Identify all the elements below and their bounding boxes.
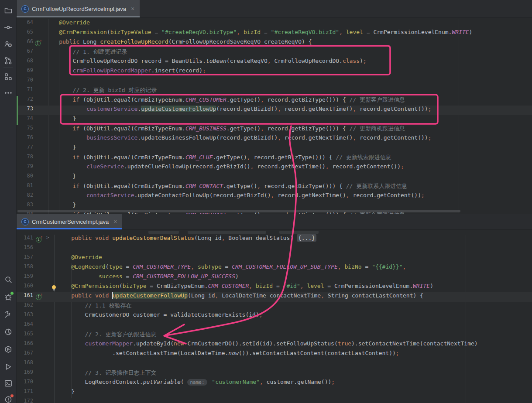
intention-bulb-icon[interactable] bbox=[52, 285, 56, 289]
line-number[interactable]: 77 bbox=[17, 144, 33, 154]
line-number[interactable]: 168 bbox=[17, 359, 33, 369]
line-number[interactable]: 161 bbox=[17, 292, 33, 302]
line-number[interactable]: 172 bbox=[17, 398, 33, 403]
line-number[interactable]: 72 bbox=[17, 96, 33, 106]
search-icon[interactable] bbox=[3, 275, 13, 284]
line-number[interactable]: 171 bbox=[17, 388, 33, 398]
line-number[interactable]: 166 bbox=[17, 340, 33, 350]
line-number[interactable]: 74 bbox=[17, 115, 33, 125]
code-line[interactable]: 81if (ObjUtil.equal(CrmBizTypeEnum.CRM_C… bbox=[16, 182, 532, 192]
line-number[interactable]: 157 bbox=[17, 254, 33, 263]
line-number[interactable]: 64 bbox=[17, 19, 33, 29]
code-line[interactable]: 65@CrmPermission(bizTypeValue = "#create… bbox=[16, 29, 532, 38]
line-number[interactable]: 82 bbox=[17, 192, 33, 202]
code-line[interactable]: 69crmFollowUpRecordMapper.insert(record)… bbox=[16, 67, 532, 77]
code-line[interactable]: 161I↑public void updateCustomerFollowUp(… bbox=[16, 292, 532, 302]
code-line[interactable]: 169// 3. 记录操作日志上下文 bbox=[16, 369, 532, 379]
problems-icon[interactable] bbox=[3, 395, 13, 403]
code-line[interactable]: 71// 2. 更新 bizId 对应的记录 bbox=[16, 86, 532, 96]
line-number[interactable]: 73 bbox=[17, 106, 33, 115]
code-line[interactable]: 172 bbox=[16, 398, 532, 403]
line-number[interactable]: 69 bbox=[17, 67, 33, 77]
code-line[interactable]: 166customerMapper.updateById(new CrmCust… bbox=[16, 340, 532, 350]
tab-close-icon[interactable]: × bbox=[113, 218, 117, 225]
debug-icon[interactable] bbox=[3, 292, 13, 302]
line-number[interactable]: 169 bbox=[17, 369, 33, 379]
code-line[interactable]: 72if (ObjUtil.equal(CrmBizTypeEnum.CRM_C… bbox=[16, 96, 532, 106]
line-number[interactable]: 167 bbox=[17, 350, 33, 359]
line-number[interactable]: 71 bbox=[17, 86, 33, 96]
line-number[interactable]: 164 bbox=[17, 321, 33, 331]
code-line[interactable]: 170LogRecordContext.putVariable( name: "… bbox=[16, 379, 532, 388]
line-number[interactable]: 160 bbox=[17, 283, 33, 292]
code-line[interactable]: 163CrmCustomerDO customer = validateCust… bbox=[16, 311, 532, 321]
structure-icon[interactable] bbox=[3, 72, 13, 82]
code-line[interactable]: 79clueService.updateClueFollowUp(record.… bbox=[16, 163, 532, 173]
collaboration-icon[interactable]: ? bbox=[3, 39, 13, 49]
token: , bbox=[257, 183, 261, 189]
line-number[interactable]: 159 bbox=[17, 273, 33, 283]
code-line[interactable]: 67// 1. 创建更进记录 bbox=[16, 48, 532, 58]
line-number[interactable]: 70 bbox=[17, 77, 33, 86]
line-number[interactable]: 76 bbox=[17, 134, 33, 144]
horizontal-scrollbar[interactable] bbox=[17, 210, 460, 212]
line-number[interactable]: 81 bbox=[17, 182, 33, 192]
code-line[interactable]: 80} bbox=[16, 173, 532, 182]
profiler-icon[interactable] bbox=[3, 327, 13, 337]
code-line[interactable]: 171} bbox=[16, 388, 532, 398]
tab-crm-follow-up-record-service-impl[interactable]: C CrmFollowUpRecordServiceImpl.java × bbox=[16, 0, 140, 17]
services-icon[interactable] bbox=[3, 345, 13, 354]
line-number[interactable]: 68 bbox=[17, 58, 33, 67]
code-line[interactable]: 157@Override bbox=[16, 254, 532, 263]
line-number[interactable]: 78 bbox=[17, 154, 33, 163]
code-line[interactable]: 77} bbox=[16, 144, 532, 154]
line-number[interactable]: 80 bbox=[17, 173, 33, 182]
more-tools-icon[interactable] bbox=[3, 88, 13, 98]
line-number[interactable]: 165 bbox=[17, 331, 33, 340]
code-line[interactable]: 74} bbox=[16, 115, 532, 125]
code-line[interactable]: 141I↑>public void updateCustomerDealStat… bbox=[16, 235, 532, 244]
code-line[interactable]: 160@CrmPermission(bizType = CrmBizTypeEn… bbox=[16, 283, 532, 292]
project-folder-icon[interactable] bbox=[3, 6, 13, 15]
code-line[interactable]: 158@LogRecord(type = CRM_CUSTOMER_TYPE, … bbox=[16, 263, 532, 273]
code-line[interactable]: 64@Override bbox=[16, 19, 532, 29]
fold-chevron-icon[interactable]: > bbox=[46, 235, 49, 244]
override-marker-icon[interactable]: I↑ bbox=[36, 236, 45, 242]
override-marker-icon[interactable]: I↑ bbox=[35, 40, 44, 46]
line-number[interactable]: 158 bbox=[17, 263, 33, 273]
code-line[interactable]: 66I↑public Long createFollowUpRecord(Crm… bbox=[16, 38, 532, 48]
code-line[interactable]: 156 bbox=[16, 244, 532, 254]
commit-icon[interactable] bbox=[3, 23, 13, 32]
line-number[interactable]: 170 bbox=[17, 379, 33, 388]
line-number[interactable]: 67 bbox=[17, 48, 33, 58]
line-number[interactable]: 66 bbox=[17, 38, 33, 48]
code-line[interactable]: 165// 2. 更新客户的跟进信息 bbox=[16, 331, 532, 340]
override-marker-icon[interactable]: I↑ bbox=[36, 294, 45, 300]
code-line[interactable]: 78if (ObjUtil.equal(CrmBizTypeEnum.CRM_C… bbox=[16, 154, 532, 163]
token: CrmCustomerDO customer = validateCustome… bbox=[85, 311, 259, 318]
line-number[interactable]: 163 bbox=[17, 311, 33, 321]
code-line[interactable]: 167.setContactLastTime(LocalDateTime.now… bbox=[16, 350, 532, 359]
line-number[interactable]: 65 bbox=[17, 29, 33, 38]
code-line[interactable]: 76businessService.updateBusinessFollowUp… bbox=[16, 134, 532, 144]
code-line[interactable]: 82contactService.updateContactFollowUp(r… bbox=[16, 192, 532, 202]
run-icon[interactable] bbox=[3, 362, 13, 372]
code-line[interactable]: 164 bbox=[16, 321, 532, 331]
line-number[interactable]: 162 bbox=[17, 302, 33, 311]
code-line[interactable]: 162// 1.1 校验存在 bbox=[16, 302, 532, 311]
line-number[interactable]: 156 bbox=[17, 244, 33, 254]
tab-close-icon[interactable]: × bbox=[131, 5, 134, 12]
line-number[interactable]: 141 bbox=[17, 235, 33, 244]
tab-crm-customer-service-impl[interactable]: C CrmCustomerServiceImpl.java × bbox=[16, 214, 122, 229]
build-icon[interactable] bbox=[3, 310, 13, 319]
line-number[interactable]: 79 bbox=[17, 163, 33, 173]
code-line[interactable]: 75if (ObjUtil.equal(CrmBizTypeEnum.CRM_B… bbox=[16, 125, 532, 134]
pull-requests-icon[interactable] bbox=[3, 56, 13, 65]
code-line[interactable]: 159success = CRM_CUSTOMER_FOLLOW_UP_SUCC… bbox=[16, 273, 532, 283]
line-number[interactable]: 75 bbox=[17, 125, 33, 134]
code-line[interactable]: 70 bbox=[16, 77, 532, 86]
code-line[interactable]: 68CrmFollowUpRecordDO record = BeanUtils… bbox=[16, 58, 532, 67]
code-line[interactable]: 73customerService.updateCustomerFollowUp… bbox=[16, 106, 532, 115]
code-line[interactable]: 168 bbox=[16, 359, 532, 369]
terminal-icon[interactable] bbox=[3, 379, 13, 388]
